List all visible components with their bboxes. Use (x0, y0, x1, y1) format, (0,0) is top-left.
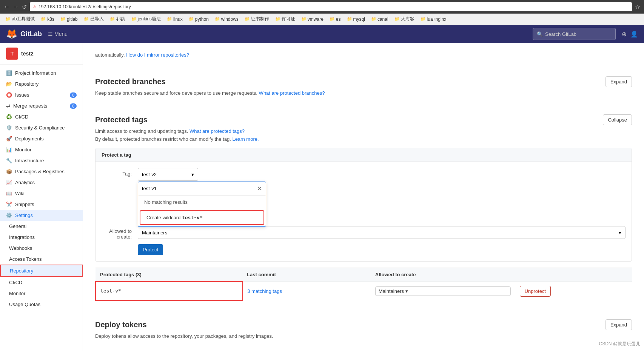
sidebar: T test2 ℹ️ Project information 📂 Reposit… (0, 43, 83, 351)
gitlab-nav: 🦊 GitLab ☰ Menu 🔍 Search GitLab ⊕ 👤 (0, 25, 644, 43)
main-content: automatically. How do I mirror repositor… (83, 43, 644, 351)
divider-1 (95, 67, 632, 67)
protect-button[interactable]: Protect (138, 244, 163, 255)
reload-button[interactable]: ↺ (22, 3, 27, 11)
mirror-link[interactable]: How do I mirror repositories? (126, 52, 189, 58)
sidebar-item-merge-requests[interactable]: ⇄ Merge requests 0 (0, 100, 83, 111)
sidebar-item-packages[interactable]: 📦 Packages & Registries (0, 166, 83, 177)
merge-badge: 0 (70, 103, 77, 109)
nav-icons: ⊕ 👤 (622, 31, 638, 38)
expand-deploy-button[interactable]: Expand (605, 319, 632, 330)
sidebar-subitem-repository[interactable]: Repository (0, 265, 83, 277)
bookmark-item[interactable]: 已导入 (82, 15, 106, 23)
sidebar-subitem-access-tokens[interactable]: Access Tokens (0, 254, 83, 265)
sidebar-subitem-webhooks[interactable]: Webhooks (0, 243, 83, 254)
sidebar-item-repository[interactable]: 📂 Repository (0, 79, 83, 89)
bookmark-item[interactable]: 证书制作 (242, 15, 271, 23)
col-commit: Last commit (242, 268, 371, 282)
sidebar-item-security[interactable]: 🛡️ Security & Compliance (0, 122, 83, 133)
gitlab-fox-icon: 🦊 (6, 29, 17, 39)
sidebar-item-cicd[interactable]: ♻️ CI/CD (0, 111, 83, 122)
bookmark-item[interactable]: 祁跳 (108, 15, 128, 23)
allowed-control-wrap: Maintainers ▾ (138, 226, 626, 239)
cicd-icon: ♻️ (6, 114, 12, 120)
sidebar-item-analytics[interactable]: 📈 Analytics (0, 177, 83, 188)
project-avatar: T (6, 48, 18, 60)
no-results-text: No matching results (138, 196, 266, 209)
tag-search-input[interactable] (138, 182, 266, 196)
watermark: CSDN @就是玩蛋儿 (599, 341, 640, 347)
sidebar-item-wiki[interactable]: 📖 Wiki (0, 188, 83, 199)
clear-search-icon[interactable]: ✕ (257, 185, 262, 192)
tag-dropdown[interactable]: test-v2 ▾ (138, 168, 198, 181)
sidebar-item-snippets[interactable]: ✂️ Snippets (0, 199, 83, 210)
bookmark-item[interactable]: 许可证 (273, 15, 297, 23)
protected-branches-header: Protected branches Expand (95, 76, 632, 87)
protected-tags-link1[interactable]: What are protected tags? (190, 128, 245, 134)
protected-tags-link2[interactable]: Learn more. (232, 136, 259, 142)
create-wildcard-option[interactable]: Create wildcard test-v* (140, 210, 264, 225)
issues-badge: 0 (70, 92, 77, 98)
sidebar-item-deployments[interactable]: 🚀 Deployments (0, 133, 83, 144)
bookmark-item[interactable]: windows (213, 16, 241, 23)
sidebar-subitem-general[interactable]: General (0, 221, 83, 232)
sidebar-item-project-info[interactable]: ℹ️ Project information (0, 68, 83, 79)
bookmark-item[interactable]: es (327, 16, 343, 23)
info-icon: ℹ️ (6, 70, 12, 76)
protected-tags-title: Protected tags (95, 115, 148, 124)
issues-icon: ⭕ (6, 92, 12, 98)
tag-control-wrap: test-v2 ▾ ✕ No matching results (138, 168, 626, 181)
protected-branches-title: Protected branches (95, 77, 166, 86)
bookmark-item[interactable]: python (186, 16, 211, 23)
protected-tags-desc2: By default, protected branches restrict … (95, 136, 632, 142)
bookmark-item[interactable]: linux (165, 16, 185, 23)
bookmark-item[interactable]: jenkins语法 (129, 15, 163, 23)
deploy-tokens-title: Deploy tokens (95, 320, 147, 329)
bookmark-button[interactable]: ☆ (635, 3, 640, 11)
sidebar-item-infrastructure[interactable]: 🔧 Infrastructure (0, 155, 83, 166)
protected-branches-desc: Keep stable branches secure and force de… (95, 90, 632, 96)
forward-button[interactable]: → (13, 3, 19, 10)
menu-button[interactable]: ☰ Menu (48, 31, 68, 37)
user-icon[interactable]: 👤 (630, 31, 638, 38)
unprotect-button[interactable]: Unprotect (520, 286, 551, 297)
table-row: test-v* 3 matching tags Maintainers ▾ (96, 282, 632, 300)
search-bar[interactable]: 🔍 Search GitLab (533, 28, 616, 40)
protected-branches-link[interactable]: What are protected branches? (259, 90, 325, 96)
bookmark-item[interactable]: canal (369, 16, 391, 23)
allowed-cell: Maintainers ▾ (371, 282, 515, 300)
sidebar-subitem-cicd[interactable]: CI/CD (0, 277, 83, 288)
sidebar-subitem-monitor[interactable]: Monitor (0, 288, 83, 299)
bookmark-item[interactable]: mysql (345, 16, 367, 23)
sidebar-subitem-usage-quotas[interactable]: Usage Quotas (0, 299, 83, 310)
search-placeholder: Search GitLab (545, 31, 576, 37)
bookmark-item[interactable]: 大海客 (392, 15, 417, 23)
gitlab-logo[interactable]: 🦊 GitLab (6, 29, 42, 39)
protected-tags-table: Protected tags (3) Last commit Allowed t… (95, 268, 632, 301)
bookmark-item[interactable]: ab工具测试 (3, 15, 37, 23)
bookmark-item[interactable]: vmware (299, 16, 326, 23)
expand-branches-button[interactable]: Expand (605, 76, 632, 87)
sidebar-item-monitor[interactable]: 📊 Monitor (0, 144, 83, 155)
sidebar-item-settings[interactable]: ⚙️ Settings (0, 210, 83, 221)
matching-tags-link[interactable]: 3 matching tags (247, 288, 282, 294)
allowed-to-create-dropdown[interactable]: Maintainers ▾ (138, 226, 626, 239)
back-button[interactable]: ← (4, 3, 10, 10)
allowed-dropdown[interactable]: Maintainers ▾ (375, 286, 511, 296)
sidebar-subitem-integrations[interactable]: Integrations (0, 232, 83, 243)
bookmark-item[interactable]: k8s (39, 16, 57, 23)
collapse-tags-button[interactable]: Collapse (603, 114, 632, 125)
protect-tag-form-header: Protect a tag (96, 148, 632, 162)
deploy-tokens-desc: Deploy tokens allow access to the reposi… (95, 333, 632, 339)
plus-icon[interactable]: ⊕ (622, 31, 627, 38)
bookmarks-bar: ab工具测试k8sgitlab已导入祁跳jenkins语法linuxpython… (0, 14, 644, 25)
protected-branches-section: Protected branches Expand Keep stable br… (95, 76, 632, 96)
bookmark-item[interactable]: gitlab (58, 16, 80, 23)
allowed-form-row: Allowed to create: Maintainers ▾ (102, 226, 626, 240)
protected-tags-header: Protected tags Collapse (95, 114, 632, 125)
address-bar[interactable]: ⚠ 192.168.10.100/root/test2/-/settings/r… (30, 2, 632, 11)
bookmark-item[interactable]: lua+nginx (418, 16, 449, 23)
mirror-info: automatically. How do I mirror repositor… (95, 52, 632, 58)
sidebar-item-issues[interactable]: ⭕ Issues 0 (0, 89, 83, 100)
tag-dropdown-value: test-v2 (142, 172, 157, 177)
